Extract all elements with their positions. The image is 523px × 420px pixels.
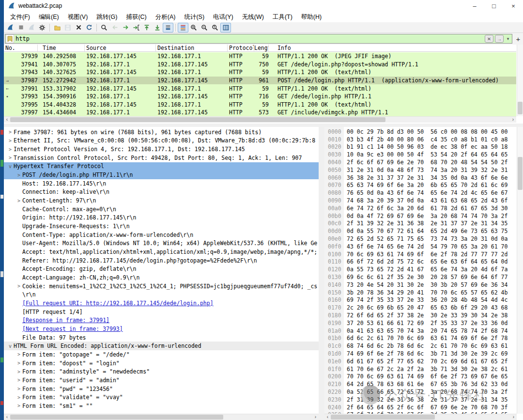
packet-row-37939[interactable]: 37939140.292508192.168.177.145192.168.17… — [4, 52, 516, 61]
menu-item-5[interactable]: 捕获(C) — [122, 12, 151, 22]
menu-item-2[interactable]: 编辑(E) — [34, 12, 63, 22]
packet-list-hscrollbar[interactable]: ‹ › — [4, 116, 516, 123]
hex-row-0240[interactable]: 02402f 64 65 64 65 2f 6c 6f 67 69 6e 2e … — [324, 404, 516, 411]
hex-row-0180[interactable]: 018072 6f 6d 65 2f 37 38 2e 30 2e 33 39 … — [324, 311, 516, 319]
hex-row-0000[interactable]: 000000 0c 29 7b 8d d3 00 50 56 c0 00 08 … — [324, 128, 516, 136]
detail-row-33[interactable]: >Form item: "sm1" = "" — [4, 402, 319, 410]
hex-hscrollbar[interactable]: ‹ › — [324, 414, 517, 420]
reload-file-icon[interactable] — [84, 23, 94, 32]
hex-row-01c0[interactable]: 01c068 74 6d 6c 2b 78 6d 6c 2c 61 70 70 … — [324, 342, 516, 350]
detail-row-18[interactable]: Accept-Language: zh-CN,zh;q=0.9\r\n — [4, 273, 319, 282]
hex-row-0150[interactable]: 01503b 20 78 36 34 29 20 41 70 70 6c 65 … — [324, 289, 516, 296]
hex-row-0110[interactable]: 011066 6f 72 6d 2d 75 72 6c 65 6e 63 6f … — [324, 258, 516, 266]
expander-closed-icon[interactable]: > — [15, 360, 22, 366]
expander-closed-icon[interactable]: > — [15, 283, 22, 289]
detail-row-16[interactable]: Referer: http://192.168.177.145/dede/log… — [4, 256, 319, 265]
expander-open-icon[interactable]: v — [7, 343, 14, 349]
menu-item-10[interactable]: 工具(T) — [268, 12, 297, 22]
pane-splitter-vertical[interactable] — [319, 127, 324, 420]
expander-closed-icon[interactable]: > — [15, 198, 22, 203]
detail-row-22[interactable]: [HTTP request 1/4] — [4, 308, 319, 316]
expander-closed-icon[interactable]: > — [15, 369, 22, 374]
scroll-thumb[interactable] — [331, 415, 435, 420]
go-to-packet-icon[interactable] — [131, 23, 141, 32]
menu-item-11[interactable]: 帮助(H) — [297, 12, 326, 22]
hex-row-0080[interactable]: 008076 65 0d 0a 43 6f 6e 74 65 6e 74 2d … — [324, 189, 516, 197]
detail-row-15[interactable]: Accept: text/html,application/xhtml+xml,… — [4, 248, 319, 256]
scroll-thumb[interactable] — [518, 157, 523, 190]
zoom-out-icon[interactable] — [199, 23, 210, 32]
hex-row-01d0[interactable]: 01d074 69 6f 6e 2f 78 6d 6c 3b 71 3d 30 … — [324, 350, 516, 358]
detail-row-20[interactable]: \r\n — [4, 290, 319, 299]
hex-row-00e0[interactable]: 00e072 65 2d 52 65 71 75 65 73 74 73 3a … — [324, 235, 516, 243]
menu-item-6[interactable]: 分析(A) — [151, 12, 180, 22]
hex-row-0100[interactable]: 010070 6c 69 63 61 74 69 6f 6e 2f 78 2d … — [324, 250, 516, 258]
scroll-left-arrow[interactable]: ‹ — [4, 414, 10, 420]
filter-apply-button[interactable]: → — [495, 35, 504, 43]
filter-dropdown-arrow[interactable]: ▾ — [505, 36, 511, 41]
detail-row-23[interactable]: [Response in frame: 37991] — [4, 316, 319, 325]
detail-row-26[interactable]: vHTML Form URL Encoded: application/x-ww… — [4, 342, 319, 350]
detail-link[interactable]: [Response in frame: 37991] — [22, 317, 109, 324]
detail-row-25[interactable]: File Data: 97 bytes — [4, 333, 319, 342]
hex-row-0140[interactable]: 014073 20 4e 54 20 31 30 2e 30 3b 20 57 … — [324, 281, 516, 289]
go-bottom-icon[interactable] — [152, 23, 163, 32]
expander-closed-icon[interactable]: > — [7, 155, 14, 160]
hex-row-0050[interactable]: 005031 2e 31 0d 0a 48 6f 73 74 3a 20 31 … — [324, 166, 516, 174]
hex-row-0130[interactable]: 013069 6c 6c 61 2f 35 2e 30 20 28 57 69 … — [324, 273, 516, 281]
detail-row-21[interactable]: [Full request URI: http://192.168.177.14… — [4, 299, 319, 308]
hex-row-0020[interactable]: 0020b1 91 c1 14 00 50 96 03 de ec 38 0f … — [324, 143, 516, 151]
hex-row-0030[interactable]: 003010 0a 9c e3 00 00 50 4f 53 54 20 2f … — [324, 151, 516, 158]
zoom-in-icon[interactable] — [188, 23, 199, 32]
scroll-thumb[interactable] — [518, 102, 523, 114]
save-file-icon[interactable] — [62, 23, 73, 32]
column-header-info[interactable]: Info — [269, 45, 516, 51]
maximize-button[interactable]: □ — [484, 0, 504, 12]
detail-row-7[interactable]: Host: 192.168.177.145\r\n — [4, 179, 319, 188]
column-header-protocol[interactable]: Protocol — [228, 45, 254, 51]
packet-row-37943[interactable]: 37943140.327625192.168.177.145192.168.17… — [4, 68, 516, 77]
hex-row-0060[interactable]: 006036 38 2e 31 37 37 2e 31 34 35 0d 0a … — [324, 174, 516, 182]
detail-row-14[interactable]: User-Agent: Mozilla/5.0 (Windows NT 10.0… — [4, 239, 319, 248]
go-back-icon[interactable] — [109, 23, 120, 32]
hex-row-00d0[interactable]: 00d00d 0a 55 70 67 72 61 64 65 2d 49 6e … — [324, 227, 516, 235]
packet-row-37993[interactable]: •37993154.390916192.168.177.1192.168.177… — [4, 93, 516, 101]
hex-row-0040[interactable]: 00402f 6c 6f 67 69 6e 2e 70 68 70 20 48 … — [324, 158, 516, 166]
expander-open-icon[interactable]: v — [7, 164, 14, 169]
hex-row-01e0[interactable]: 01e06d 61 67 65 2f 77 65 62 70 2c 69 6d … — [324, 358, 516, 365]
hex-row-01b0[interactable]: 01b06d 6c 2c 61 70 70 6c 69 63 61 74 69 … — [324, 335, 516, 342]
hex-row-0160[interactable]: 016069 74 2f 35 33 37 2e 33 36 20 28 4b … — [324, 296, 516, 304]
close-button[interactable]: × — [504, 0, 523, 12]
detail-row-27[interactable]: >Form item: "gotopage" = "/dede/" — [4, 350, 319, 359]
detail-row-31[interactable]: >Form item: "pwd" = "123456" — [4, 385, 319, 393]
expander-closed-icon[interactable]: > — [15, 377, 22, 383]
expander-closed-icon[interactable]: > — [15, 386, 22, 391]
hex-row-0170[interactable]: 01702c 20 6c 69 6b 65 20 47 65 63 6b 6f … — [324, 304, 516, 311]
hex-row-0190[interactable]: 019037 20 53 61 66 61 72 69 2f 35 33 37 … — [324, 319, 516, 327]
detail-link[interactable]: [Next request in frame: 37993] — [22, 326, 123, 332]
detail-row-32[interactable]: >Form item: "validate" = "vvay" — [4, 393, 319, 402]
detail-row-6[interactable]: >POST /dede/login.php HTTP/1.1\r\n — [4, 171, 319, 179]
expander-closed-icon[interactable]: > — [7, 138, 14, 143]
column-header-length[interactable]: Length — [254, 45, 269, 51]
scroll-left-arrow[interactable]: ‹ — [324, 414, 331, 420]
expander-closed-icon[interactable]: > — [7, 147, 14, 152]
hex-row-0120[interactable]: 01200a 55 73 65 72 2d 41 67 65 6e 74 3a … — [324, 265, 516, 273]
menu-item-9[interactable]: 无线(W) — [238, 12, 268, 22]
hex-row-0200[interactable]: 020070 70 6c 69 63 61 74 69 6f 6e 2f 73 … — [324, 373, 516, 381]
detail-row-10[interactable]: Cache-Control: max-age=0\r\n — [4, 205, 319, 214]
display-filter-input[interactable]: http ✕ → ▾ — [5, 34, 512, 44]
hex-row-0010[interactable]: 001003 b3 4f 2b 40 00 80 06 c4 35 c0 a8 … — [324, 136, 516, 143]
detail-row-17[interactable]: Accept-Encoding: gzip, deflate\r\n — [4, 265, 319, 274]
hex-vscrollbar[interactable] — [517, 127, 523, 414]
scroll-right-arrow[interactable]: › — [312, 414, 319, 420]
packet-row-37987[interactable]: →37987152.272942192.168.177.1192.168.177… — [4, 77, 516, 85]
close-file-icon[interactable] — [73, 23, 84, 32]
expander-closed-icon[interactable]: > — [15, 352, 22, 357]
detail-link[interactable]: [Full request URI: http://192.168.177.14… — [22, 300, 214, 307]
detail-row-12[interactable]: Upgrade-Insecure-Requests: 1\r\n — [4, 222, 319, 231]
filter-bookmark-icon[interactable] — [6, 34, 14, 43]
minimize-button[interactable]: – — [465, 0, 484, 12]
menu-item-7[interactable]: 统计(S) — [180, 12, 209, 22]
packet-row-37941[interactable]: 37941140.307075192.168.177.1192.168.177.… — [4, 61, 516, 69]
